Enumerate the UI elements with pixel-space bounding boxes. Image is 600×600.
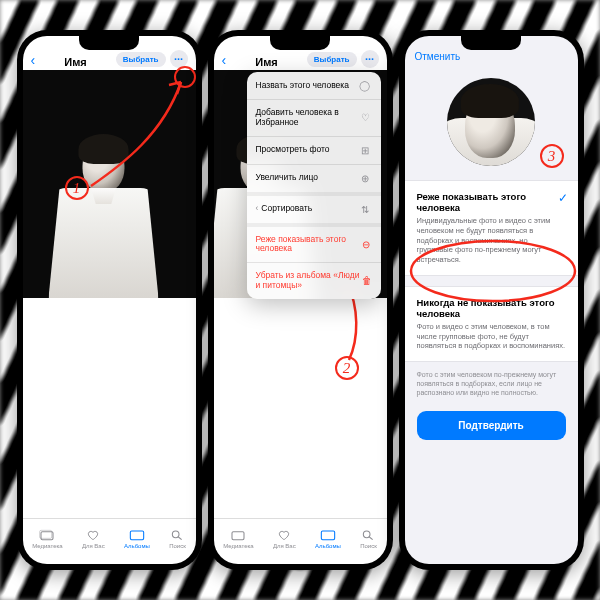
tab-albums[interactable]: Альбомы: [315, 528, 341, 549]
notch: [79, 36, 139, 50]
menu-view-photos[interactable]: Просмотреть фото ⊞: [247, 137, 381, 165]
library-icon: [39, 528, 55, 542]
svg-line-4: [179, 537, 182, 540]
confirmation-sheet: Отменить Реже показывать этого человека …: [405, 36, 578, 564]
menu-zoom-face[interactable]: Увеличить лицо ⊕: [247, 165, 381, 196]
person-icon: ◯: [358, 80, 372, 91]
svg-rect-2: [130, 531, 143, 540]
page-title: Имя: [255, 56, 277, 68]
albums-icon: [129, 528, 145, 542]
option-never-show[interactable]: Никогда не показывать этого человека Фот…: [405, 286, 578, 362]
tab-foryou[interactable]: Для Вас: [82, 528, 105, 549]
phone-3: Отменить Реже показывать этого человека …: [399, 30, 584, 570]
tab-library[interactable]: Медиатека: [223, 528, 253, 549]
sort-icon: ⇅: [358, 204, 372, 215]
tab-foryou[interactable]: Для Вас: [273, 528, 296, 549]
menu-remove-album[interactable]: Убрать из альбома «Люди и питомцы» 🗑: [247, 263, 381, 299]
option-desc: Фото и видео с этим человеком, в том чис…: [417, 322, 566, 351]
tab-label: Медиатека: [223, 543, 253, 549]
tab-label: Медиатека: [32, 543, 62, 549]
tab-label: Для Вас: [273, 543, 296, 549]
menu-name-person[interactable]: Назвать этого человека ◯: [247, 72, 381, 100]
option-title: Никогда не показывать этого человека: [417, 297, 566, 319]
svg-point-7: [364, 531, 371, 538]
tab-bar: Медиатека Для Вас Альбомы Поиск: [23, 518, 196, 564]
confirm-button[interactable]: Подтвердить: [417, 411, 566, 440]
svg-rect-6: [321, 531, 334, 540]
tab-label: Поиск: [169, 543, 186, 549]
menu-sort[interactable]: ‹Сортировать ⇅: [247, 196, 381, 227]
tab-bar: Медиатека Для Вас Альбомы Поиск: [214, 518, 387, 564]
trash-icon: 🗑: [362, 275, 372, 286]
library-icon: [230, 528, 246, 542]
person-silhouette: [49, 140, 159, 298]
foryou-icon: [276, 528, 292, 542]
cancel-button[interactable]: Отменить: [415, 51, 461, 62]
svg-rect-5: [232, 532, 244, 540]
tab-label: Поиск: [360, 543, 377, 549]
more-button[interactable]: ···: [361, 50, 379, 68]
tab-search[interactable]: Поиск: [360, 528, 377, 549]
svg-line-8: [370, 537, 373, 540]
menu-feature-less[interactable]: Реже показывать этого человека ⊖: [247, 227, 381, 264]
phone-1: ‹ Имя Выбрать ··· Мед: [17, 30, 202, 570]
tab-label: Для Вас: [82, 543, 105, 549]
person-avatar: [447, 78, 535, 166]
photo-area: [23, 70, 196, 518]
select-button[interactable]: Выбрать: [307, 52, 357, 67]
option-feature-less[interactable]: Реже показывать этого человека Индивидуа…: [405, 180, 578, 276]
option-title: Реже показывать этого человека: [417, 191, 566, 213]
context-menu: Назвать этого человека ◯ Добавить челове…: [247, 72, 381, 299]
tab-search[interactable]: Поиск: [169, 528, 186, 549]
page-title: Имя: [64, 56, 86, 68]
back-button[interactable]: ‹: [222, 52, 227, 68]
menu-add-favorite[interactable]: Добавить человека в Избранное ♡: [247, 100, 381, 137]
heart-icon: ♡: [360, 112, 371, 123]
screen-1: ‹ Имя Выбрать ··· Мед: [23, 36, 196, 564]
more-button[interactable]: ···: [170, 50, 188, 68]
checkmark-icon: ✓: [558, 191, 568, 205]
phone-2: ‹ Имя Выбрать ··· Мед: [208, 30, 393, 570]
tab-label: Альбомы: [315, 543, 341, 549]
person-photo[interactable]: [23, 70, 196, 298]
search-icon: [169, 528, 185, 542]
screen-3: Отменить Реже показывать этого человека …: [405, 36, 578, 564]
tab-label: Альбомы: [124, 543, 150, 549]
screen-2: ‹ Имя Выбрать ··· Мед: [214, 36, 387, 564]
tab-library[interactable]: Медиатека: [32, 528, 62, 549]
back-button[interactable]: ‹: [31, 52, 36, 68]
phone-row: ‹ Имя Выбрать ··· Мед: [0, 0, 600, 600]
foryou-icon: [85, 528, 101, 542]
notch: [461, 36, 521, 50]
albums-icon: [320, 528, 336, 542]
svg-point-3: [173, 531, 180, 538]
footnote-text: Фото с этим человеком по-прежнему могут …: [405, 362, 578, 405]
select-button[interactable]: Выбрать: [116, 52, 166, 67]
minus-circle-icon: ⊖: [360, 239, 371, 250]
tab-albums[interactable]: Альбомы: [124, 528, 150, 549]
search-icon: [360, 528, 376, 542]
grid-icon: ⊞: [358, 145, 372, 156]
notch: [270, 36, 330, 50]
option-desc: Индивидуальные фото и видео с этим челов…: [417, 216, 566, 265]
zoom-icon: ⊕: [358, 173, 372, 184]
